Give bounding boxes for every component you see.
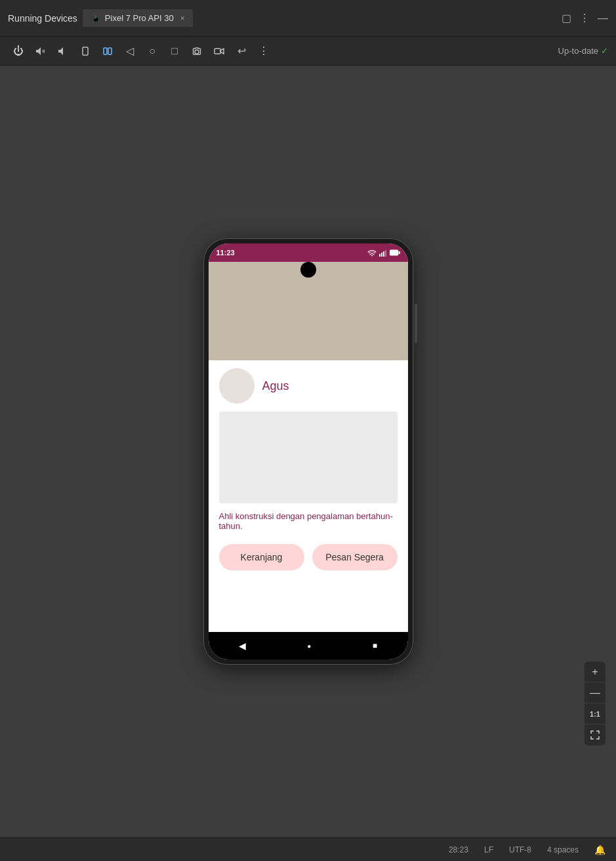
update-status: Up-to-date ✓ [558,46,608,56]
svg-rect-6 [381,253,382,257]
fold-button[interactable] [97,41,118,62]
zoom-out-button[interactable]: — [585,682,606,704]
status-time: 11:23 [216,249,235,257]
title-bar-right: ▢ ⋮ — [562,12,608,24]
svg-rect-7 [383,251,384,257]
title-bar: Running Devices 📱 Pixel 7 Pro API 30 × ▢… [0,0,616,37]
svg-point-3 [195,50,199,54]
portfolio-image [219,411,398,503]
power-button[interactable]: ⏻ [8,41,29,62]
title-bar-left: Running Devices 📱 Pixel 7 Pro API 30 × [8,9,551,27]
line-ending: LF [484,845,493,854]
back-button[interactable]: ◁ [119,41,140,62]
svg-rect-10 [399,251,400,254]
screenshot-button[interactable] [186,41,207,62]
nav-recent-button[interactable]: ■ [373,641,377,650]
notifications-icon[interactable]: 🔔 [594,845,606,855]
device-tab[interactable]: 📱 Pixel 7 Pro API 30 × [83,9,193,27]
update-status-text: Up-to-date [558,46,598,56]
profile-name: Agus [262,379,289,393]
bottom-nav: ◀ ● ■ [209,632,408,660]
message-button[interactable]: Pesan Segera [312,544,398,570]
svg-rect-5 [379,254,380,257]
profile-section: Agus [209,360,408,411]
home-circle-button[interactable]: ○ [142,41,163,62]
volume-down-button[interactable] [52,41,73,62]
nav-home-button[interactable]: ● [307,642,311,650]
phone-screen: 11:23 [209,243,408,660]
cursor-position: 28:23 [449,845,468,854]
status-bar: 11:23 [209,243,408,262]
svg-rect-8 [385,250,386,257]
svg-rect-0 [83,47,88,55]
bottom-bar: 28:23 LF UTF-8 4 spaces 🔔 [0,837,616,861]
toolbar: ⏻ ◁ ○ □ ↩ ⋮ Up-to-date ✓ [0,37,616,66]
camera-notch [300,262,316,278]
side-controls: + — 1:1 [585,662,606,746]
wifi-icon [367,249,377,257]
toolbar-right: Up-to-date ✓ [558,46,608,56]
svg-rect-1 [104,48,107,54]
phone-inner: 11:23 [209,243,408,660]
more-options-button[interactable]: ⋮ [253,41,274,62]
minimize-btn[interactable]: — [598,12,608,24]
maximize-btn[interactable]: ▢ [562,12,571,24]
main-area: 11:23 [0,66,616,837]
rotate-portrait-button[interactable] [75,41,96,62]
zoom-in-button[interactable]: + [585,662,606,682]
svg-rect-4 [215,49,220,54]
app-title: Running Devices [8,13,77,24]
svg-rect-2 [108,48,112,54]
video-button[interactable] [209,41,230,62]
toolbar-left: ⏻ ◁ ○ □ ↩ ⋮ [8,41,274,62]
ratio-button[interactable]: 1:1 [585,704,606,724]
rotate-button[interactable]: ↩ [231,41,252,62]
signal-icon [379,249,387,257]
description-text: Ahli konstruksi dengan pengalaman bertah… [209,503,408,539]
recent-apps-button[interactable]: □ [164,41,185,62]
phone-frame: 11:23 [203,238,413,665]
content-spacer [209,581,408,632]
update-check-icon: ✓ [601,46,608,56]
svg-rect-9 [390,250,398,255]
cart-button[interactable]: Keranjang [219,544,304,570]
avatar [219,368,255,404]
volume-side-button[interactable] [415,304,417,343]
expand-button[interactable] [585,724,606,746]
encoding: UTF-8 [509,845,531,854]
action-buttons: Keranjang Pesan Segera [209,539,408,581]
menu-btn[interactable]: ⋮ [579,12,590,24]
status-icons [367,249,400,257]
volume-up-button[interactable] [30,41,51,62]
tab-device-icon: 📱 [91,13,101,23]
battery-icon [390,249,400,256]
tab-label: Pixel 7 Pro API 30 [105,13,174,23]
nav-back-button[interactable]: ◀ [239,640,246,651]
screen-content[interactable]: Agus Ahli konstruksi dengan pengalaman b… [209,262,408,632]
tab-close-btn[interactable]: × [180,14,185,23]
indent-setting: 4 spaces [547,845,579,854]
